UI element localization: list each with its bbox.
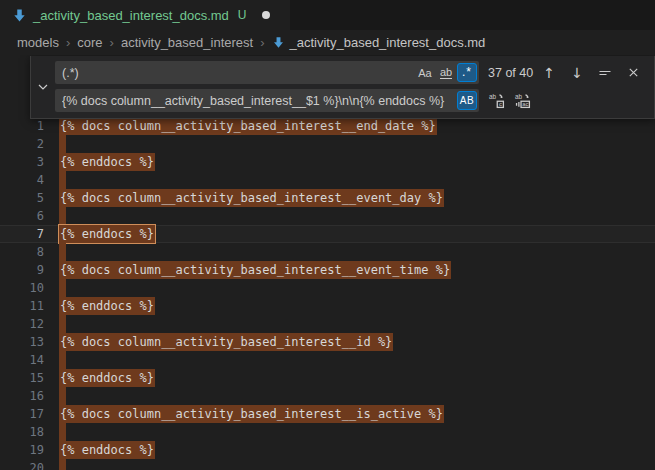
find-match-empty-line	[59, 243, 66, 261]
match-case-icon: Aa	[418, 67, 431, 79]
find-match: {% enddocs %}	[59, 369, 155, 387]
whole-word-button[interactable]: ab	[436, 63, 456, 82]
line-content[interactable]	[44, 387, 655, 405]
svg-text:ab: ab	[515, 93, 523, 100]
replace-row: AB ab c ab	[55, 89, 648, 112]
code-line[interactable]: 8	[0, 243, 655, 261]
line-content[interactable]	[44, 423, 655, 441]
line-content[interactable]	[44, 207, 655, 225]
breadcrumb-item-activity-based-interest[interactable]: activity_based_interest	[121, 35, 253, 50]
find-input-box: Aa ab .*	[55, 61, 479, 84]
line-number: 19	[0, 441, 44, 459]
breadcrumb-item-file[interactable]: _activity_based_interest_docs.md	[272, 35, 486, 50]
svg-text:ab: ab	[489, 93, 497, 100]
previous-match-button[interactable]: ↑	[538, 62, 560, 84]
line-content[interactable]	[44, 279, 655, 297]
tab-active-file[interactable]: _activity_based_interest_docs.md U	[0, 0, 290, 30]
code-line[interactable]: 12	[0, 315, 655, 333]
code-line[interactable]: 19{% enddocs %}	[0, 441, 655, 459]
find-match-empty-line	[59, 387, 66, 405]
line-content[interactable]: {% docs column__activity_based_interest_…	[44, 261, 655, 279]
editor[interactable]: Aa ab .* 37 of 40 ↑ ↓	[0, 55, 655, 470]
line-content[interactable]	[44, 171, 655, 189]
code-line[interactable]: 1{% docs column__activity_based_interest…	[0, 117, 655, 135]
line-number: 11	[0, 297, 44, 315]
breadcrumb-separator: ›	[66, 35, 70, 50]
close-icon	[627, 66, 640, 79]
find-match: {% docs column__activity_based_interest_…	[59, 333, 393, 351]
chevron-down-icon	[36, 80, 50, 94]
code-line[interactable]: 18	[0, 423, 655, 441]
line-content[interactable]: {% enddocs %}	[44, 225, 655, 243]
code-line[interactable]: 17{% docs column__activity_based_interes…	[0, 405, 655, 423]
breadcrumb-item-models[interactable]: models	[17, 35, 59, 50]
line-content[interactable]	[44, 135, 655, 153]
replace-all-button[interactable]: ab ac	[511, 90, 533, 112]
match-case-button[interactable]: Aa	[415, 63, 435, 82]
line-content[interactable]: {% docs column__activity_based_interest_…	[44, 405, 655, 423]
breadcrumb: models › core › activity_based_interest …	[0, 30, 655, 55]
line-content[interactable]: {% enddocs %}	[44, 441, 655, 459]
code-line[interactable]: 5{% docs column__activity_based_interest…	[0, 189, 655, 207]
code-line[interactable]: 13{% docs column__activity_based_interes…	[0, 333, 655, 351]
line-content[interactable]: {% docs column__activity_based_interest_…	[44, 189, 655, 207]
find-nav-icons: ↑ ↓	[538, 62, 648, 84]
regex-button[interactable]: .*	[457, 63, 477, 82]
find-match-empty-line	[59, 207, 66, 225]
line-content[interactable]	[44, 459, 655, 470]
toggle-replace-button[interactable]	[31, 61, 55, 112]
next-match-button[interactable]: ↓	[566, 62, 588, 84]
line-content[interactable]: {% enddocs %}	[44, 153, 655, 171]
line-number: 3	[0, 153, 44, 171]
code-line[interactable]: 10	[0, 279, 655, 297]
regex-icon: .*	[462, 65, 472, 79]
line-number: 4	[0, 171, 44, 189]
markdown-file-icon	[272, 36, 285, 49]
line-content[interactable]	[44, 351, 655, 369]
find-match-empty-line	[59, 351, 66, 369]
code-line[interactable]: 20	[0, 459, 655, 470]
find-input[interactable]	[62, 66, 414, 80]
tab-filename: _activity_based_interest_docs.md	[33, 8, 229, 23]
find-widget-rows: Aa ab .* 37 of 40 ↑ ↓	[55, 61, 648, 112]
close-find-button[interactable]	[622, 62, 644, 84]
code-line[interactable]: 11{% enddocs %}	[0, 297, 655, 315]
line-number: 20	[0, 459, 44, 470]
tab-bar: _activity_based_interest_docs.md U	[0, 0, 655, 30]
line-content[interactable]: {% docs column__activity_based_interest_…	[44, 117, 655, 135]
unsaved-changes-dot[interactable]	[262, 11, 270, 19]
find-match: {% docs column__activity_based_interest_…	[59, 261, 451, 279]
code-line[interactable]: 9{% docs column__activity_based_interest…	[0, 261, 655, 279]
breadcrumb-item-core[interactable]: core	[77, 35, 102, 50]
code-line[interactable]: 7{% enddocs %}	[0, 225, 655, 243]
breadcrumb-separator: ›	[260, 35, 264, 50]
line-number: 10	[0, 279, 44, 297]
replace-button[interactable]: ab c	[485, 90, 507, 112]
preserve-case-button[interactable]: AB	[457, 91, 477, 110]
code-line[interactable]: 16	[0, 387, 655, 405]
find-match: {% enddocs %}	[59, 441, 155, 459]
line-content[interactable]	[44, 243, 655, 261]
line-number: 1	[0, 117, 44, 135]
line-content[interactable]: {% enddocs %}	[44, 369, 655, 387]
code-line[interactable]: 4	[0, 171, 655, 189]
line-number: 2	[0, 135, 44, 153]
find-in-selection-button[interactable]	[594, 62, 616, 84]
code-line[interactable]: 2	[0, 135, 655, 153]
code-line[interactable]: 15{% enddocs %}	[0, 369, 655, 387]
line-content[interactable]: {% enddocs %}	[44, 297, 655, 315]
line-number: 9	[0, 261, 44, 279]
line-content[interactable]: {% docs column__activity_based_interest_…	[44, 333, 655, 351]
svg-text:ac: ac	[522, 101, 528, 107]
find-match: {% docs column__activity_based_interest_…	[59, 405, 444, 423]
replace-all-icon: ab ac	[514, 92, 531, 109]
replace-input[interactable]	[62, 94, 456, 108]
code-line[interactable]: 14	[0, 351, 655, 369]
current-find-match: {% enddocs %}	[59, 225, 155, 243]
code-line[interactable]: 3{% enddocs %}	[0, 153, 655, 171]
line-content[interactable]	[44, 315, 655, 333]
line-number: 5	[0, 189, 44, 207]
find-match-empty-line	[59, 423, 66, 441]
line-number: 12	[0, 315, 44, 333]
code-line[interactable]: 6	[0, 207, 655, 225]
